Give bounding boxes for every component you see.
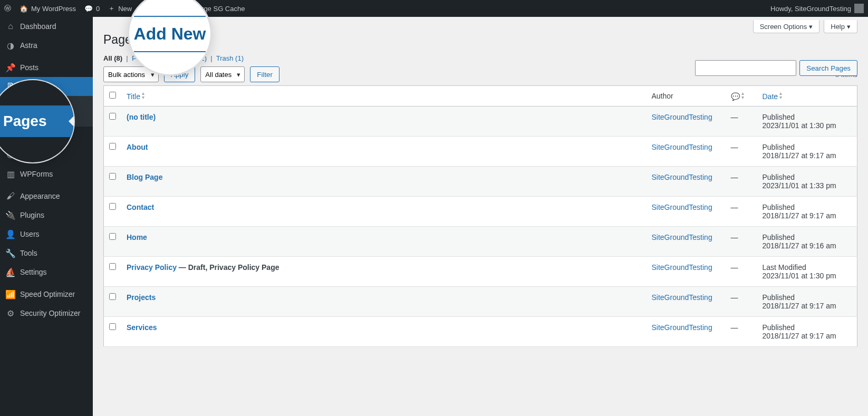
sidebar-item-settings[interactable]: ⛵Settings [0, 263, 93, 282]
submenu-add-new[interactable]: Add New [0, 111, 93, 127]
author-link[interactable]: SiteGroundTesting [652, 233, 712, 241]
row-checkbox[interactable] [109, 233, 116, 240]
comments-cell: — [726, 197, 757, 227]
comments-cell: — [726, 227, 757, 257]
filter-all[interactable]: All (8) [103, 54, 122, 62]
page-title-link[interactable]: Privacy Policy [127, 263, 177, 272]
sidebar-item-astra[interactable]: ◑Astra [0, 36, 93, 55]
comments-icon[interactable]: 💬 [731, 92, 740, 101]
sidebar-item-plugins[interactable]: 🔌Plugins [0, 206, 93, 225]
plug-icon: 🔌 [5, 210, 16, 220]
sort-icon: ▴▾ [741, 91, 744, 100]
author-link[interactable]: SiteGroundTesting [652, 143, 712, 151]
page-icon: 🖺 [5, 81, 16, 92]
table-row: (no title)SiteGroundTesting—Published202… [104, 107, 857, 137]
page-title-link[interactable]: Contact [127, 203, 154, 211]
screen-options-tab[interactable]: Screen Options ▾ [753, 20, 820, 33]
author-link[interactable]: SiteGroundTesting [652, 263, 712, 272]
wpforms-icon: ▥ [5, 169, 16, 179]
page-title: Pages [103, 33, 138, 47]
filter-trash[interactable]: Trash (1) [216, 54, 244, 62]
apply-button[interactable]: Apply [164, 66, 195, 82]
date-cell: Published2018/11/27 at 9:17 am [757, 287, 857, 317]
sort-icon: ▴▾ [779, 91, 782, 100]
page-title-link[interactable]: Home [127, 233, 147, 241]
spectra-icon: ⦿ [5, 150, 16, 160]
row-checkbox[interactable] [109, 323, 116, 330]
chevron-down-icon: ▾ [847, 23, 851, 31]
row-checkbox[interactable] [109, 173, 116, 180]
comments-link[interactable]: 💬 0 [84, 5, 100, 13]
pin-icon: 📌 [5, 62, 16, 73]
bulk-actions-select[interactable]: Bulk actions [103, 66, 159, 82]
speed-icon: 📶 [5, 289, 16, 299]
help-tab[interactable]: Help ▾ [824, 20, 857, 33]
avatar [854, 4, 864, 13]
pages-table: Title▴▾ Author 💬▴▾ Date▴▾ (no title)Site… [103, 85, 857, 347]
sidebar-item-posts[interactable]: 📌Posts [0, 58, 93, 77]
submenu-all-pages[interactable]: All Pages [0, 96, 93, 111]
search-pages-button[interactable]: Search Pages [799, 60, 857, 76]
date-cell: Last Modified2023/11/01 at 1:30 pm [757, 257, 857, 287]
author-link[interactable]: SiteGroundTesting [652, 323, 712, 332]
filter-button[interactable]: Filter [250, 66, 279, 82]
row-checkbox[interactable] [109, 203, 116, 210]
comments-cell: — [726, 167, 757, 197]
date-filter-select[interactable]: All dates [200, 66, 245, 82]
comments-cell: — [726, 317, 757, 347]
wp-logo-icon[interactable]: ⓦ [4, 4, 11, 13]
purge-cache-link[interactable]: Purge SG Cache [193, 5, 245, 13]
sidebar-item-comments[interactable]: 💬Comments [0, 127, 93, 146]
filter-draft[interactable]: Draft (1) [181, 54, 207, 62]
row-checkbox[interactable] [109, 113, 116, 120]
author-link[interactable]: SiteGroundTesting [652, 293, 712, 302]
site-name-link[interactable]: 🏠 My WordPress [20, 5, 76, 13]
add-new-button[interactable]: Add New [143, 33, 182, 47]
sort-icon: ▴▾ [142, 91, 144, 100]
page-title-link[interactable]: Services [127, 323, 157, 332]
comments-cell: — [726, 257, 757, 287]
wpforms-link[interactable]: WPForms 1 [140, 5, 185, 13]
wpforms-count-badge: 1 [175, 5, 185, 12]
row-checkbox[interactable] [109, 263, 116, 270]
comments-cell: — [726, 137, 757, 167]
date-cell: Published2018/11/27 at 9:17 am [757, 197, 857, 227]
comment-icon: 💬 [5, 131, 16, 141]
sidebar-item-spectra[interactable]: ⦿Spectra [0, 146, 93, 165]
page-title-link[interactable]: Blog Page [127, 173, 162, 181]
select-all-checkbox[interactable] [109, 92, 116, 99]
page-title-link[interactable]: (no title) [127, 113, 156, 121]
howdy-user-link[interactable]: Howdy, SiteGroundTesting [770, 4, 864, 13]
sidebar-item-wpforms[interactable]: ▥WPForms [0, 165, 93, 183]
astra-icon: ◑ [5, 40, 16, 51]
table-row: ProjectsSiteGroundTesting—Published2018/… [104, 287, 857, 317]
settings-icon: ⛵ [5, 267, 16, 277]
author-link[interactable]: SiteGroundTesting [652, 173, 712, 181]
sidebar-item-security-optimizer[interactable]: ⚙Security Optimizer [0, 304, 93, 323]
table-row: ContactSiteGroundTesting—Published2018/1… [104, 197, 857, 227]
filter-published[interactable]: Published (7) [132, 54, 172, 62]
col-date-sort[interactable]: Date▴▾ [763, 92, 783, 101]
author-link[interactable]: SiteGroundTesting [652, 113, 712, 121]
main-content: Screen Options ▾ Help ▾ Pages Add New Al… [93, 17, 868, 416]
col-title-sort[interactable]: Title▴▾ [127, 92, 144, 101]
new-content-link[interactable]: ＋ New [108, 4, 132, 13]
search-input[interactable] [695, 60, 796, 76]
sidebar-item-users[interactable]: 👤Users [0, 225, 93, 244]
table-row: AboutSiteGroundTesting—Published2018/11/… [104, 137, 857, 167]
sidebar-item-dashboard[interactable]: ⌂Dashboard [0, 17, 93, 36]
chevron-down-icon: ▾ [809, 23, 813, 31]
sidebar-item-speed-optimizer[interactable]: 📶Speed Optimizer [0, 285, 93, 304]
page-title-link[interactable]: Projects [127, 293, 156, 302]
table-row: ServicesSiteGroundTesting—Published2018/… [104, 317, 857, 347]
author-link[interactable]: SiteGroundTesting [652, 203, 712, 211]
admin-sidebar: ⌂Dashboard ◑Astra 📌Posts 🖺Pages All Page… [0, 17, 93, 416]
page-title-link[interactable]: About [127, 143, 148, 151]
row-checkbox[interactable] [109, 293, 116, 300]
sidebar-item-appearance[interactable]: 🖌Appearance [0, 187, 93, 206]
date-cell: Published2023/11/01 at 1:33 pm [757, 167, 857, 197]
sidebar-item-tools[interactable]: 🔧Tools [0, 244, 93, 263]
row-checkbox[interactable] [109, 143, 116, 150]
sidebar-item-pages[interactable]: 🖺Pages [0, 77, 93, 96]
date-cell: Published2018/11/27 at 9:16 am [757, 227, 857, 257]
